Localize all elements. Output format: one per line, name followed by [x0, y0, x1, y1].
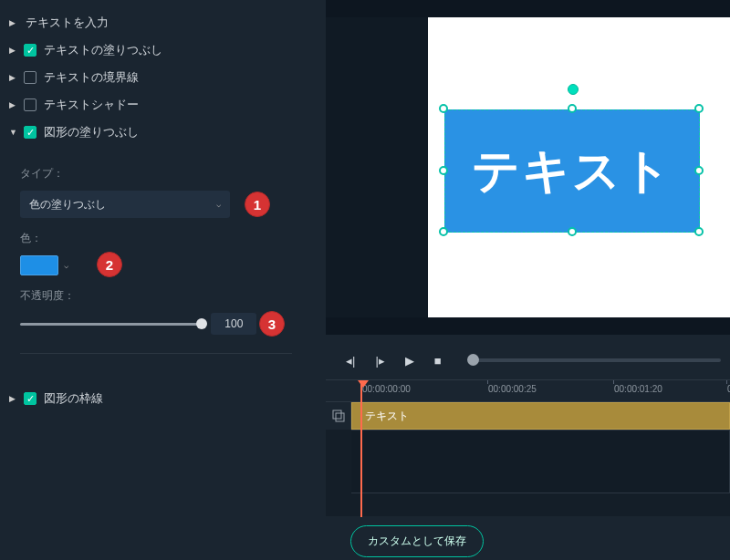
section-label: テキストシャドー [44, 97, 139, 113]
annotation-badge-2: 2 [97, 252, 122, 277]
dropdown-value: 色の塗りつぶし [29, 197, 106, 213]
chevron-down-icon[interactable]: ⌵ [64, 261, 68, 270]
next-frame-button[interactable]: |▸ [375, 354, 384, 368]
selection-box [444, 109, 700, 233]
selected-shape[interactable]: テキスト [444, 91, 700, 233]
playhead[interactable] [360, 380, 362, 517]
section-label: テキストの塗りつぶし [44, 42, 162, 58]
text-track-icon [332, 410, 345, 422]
svg-rect-1 [336, 413, 344, 421]
resize-handle-br[interactable] [694, 227, 704, 236]
ruler-tick: 00:00:00:25 [488, 384, 537, 394]
save-as-custom-button[interactable]: カスタムとして保存 [350, 525, 484, 557]
section-label: テキストの境界線 [44, 69, 139, 86]
chevron-down-icon: ⌵ [216, 200, 221, 209]
clip-label: テキスト [365, 409, 409, 424]
opacity-slider[interactable] [20, 323, 202, 326]
section-shape-border[interactable]: ▶ 図形の枠線 [0, 385, 312, 412]
scrub-thumb[interactable] [467, 354, 479, 366]
fill-type-dropdown[interactable]: 色の塗りつぶし ⌵ [20, 191, 230, 218]
section-label: 図形の塗りつぶし [44, 124, 139, 140]
chevron-down-icon: ▼ [9, 128, 18, 137]
shape-fill-body: タイプ： 色の塗りつぶし ⌵ 1 色： ⌵ 2 不透明度： 100 % [0, 146, 312, 385]
resize-handle-l[interactable] [439, 166, 448, 175]
scrub-bar[interactable] [473, 358, 721, 362]
timeline-track-empty[interactable] [351, 430, 730, 493]
type-label: タイプ： [20, 166, 292, 181]
rotate-handle[interactable] [568, 84, 579, 95]
timeline-panel: 00:00:00:00 00:00:00:25 00:00:01:20 00:0… [326, 379, 730, 516]
resize-handle-tr[interactable] [694, 104, 704, 113]
resize-handle-b[interactable] [568, 227, 577, 236]
chevron-right-icon: ▶ [9, 100, 18, 109]
save-button-label: カスタムとして保存 [368, 534, 466, 547]
checkbox-text-border[interactable] [24, 71, 36, 84]
stop-button[interactable]: ■ [434, 354, 442, 368]
color-label: 色： [20, 231, 292, 246]
preview-panel: テキスト [326, 0, 730, 335]
checkbox-shape-fill[interactable] [24, 126, 36, 139]
annotation-badge-1: 1 [245, 192, 270, 217]
section-label: テキストを入力 [26, 15, 109, 31]
section-text-input[interactable]: ▶ テキストを入力 [0, 9, 312, 36]
track-header-icon[interactable] [326, 402, 351, 430]
ruler-tick: 00:00:00:00 [362, 384, 411, 394]
chevron-right-icon: ▶ [9, 18, 18, 27]
annotation-badge-3: 3 [259, 311, 285, 337]
resize-handle-tl[interactable] [439, 104, 448, 113]
play-button[interactable]: ▶ [405, 354, 414, 368]
color-swatch[interactable] [20, 255, 58, 275]
resize-handle-t[interactable] [568, 104, 577, 113]
svg-rect-0 [333, 410, 341, 419]
divider [20, 353, 292, 354]
timeline-ruler[interactable]: 00:00:00:00 00:00:00:25 00:00:01:20 00:0… [326, 380, 730, 402]
chevron-right-icon: ▶ [9, 73, 18, 82]
ruler-tick: 00:00:01:20 [614, 384, 662, 394]
checkbox-shape-border[interactable] [24, 392, 36, 405]
resize-handle-bl[interactable] [439, 227, 448, 236]
section-label: 図形の枠線 [44, 390, 103, 407]
opacity-value[interactable]: 100 [211, 313, 256, 335]
section-text-shadow[interactable]: ▶ テキストシャドー [0, 91, 312, 119]
properties-panel: ▶ テキストを入力 ▶ テキストの塗りつぶし ▶ テキストの境界線 ▶ テキスト… [0, 0, 312, 560]
checkbox-text-shadow[interactable] [24, 99, 36, 111]
slider-thumb[interactable] [196, 318, 207, 329]
opacity-label: 不透明度： [20, 288, 292, 304]
chevron-right-icon: ▶ [9, 394, 18, 403]
playback-controls: ◂| |▸ ▶ ■ [326, 345, 730, 376]
timeline-clip[interactable]: テキスト [351, 402, 730, 430]
section-text-fill[interactable]: ▶ テキストの塗りつぶし [0, 36, 312, 64]
section-shape-fill[interactable]: ▼ 図形の塗りつぶし [0, 119, 312, 146]
prev-frame-button[interactable]: ◂| [346, 354, 355, 368]
checkbox-text-fill[interactable] [24, 44, 36, 57]
chevron-right-icon: ▶ [9, 46, 18, 55]
resize-handle-r[interactable] [694, 166, 704, 175]
section-text-border[interactable]: ▶ テキストの境界線 [0, 64, 312, 91]
